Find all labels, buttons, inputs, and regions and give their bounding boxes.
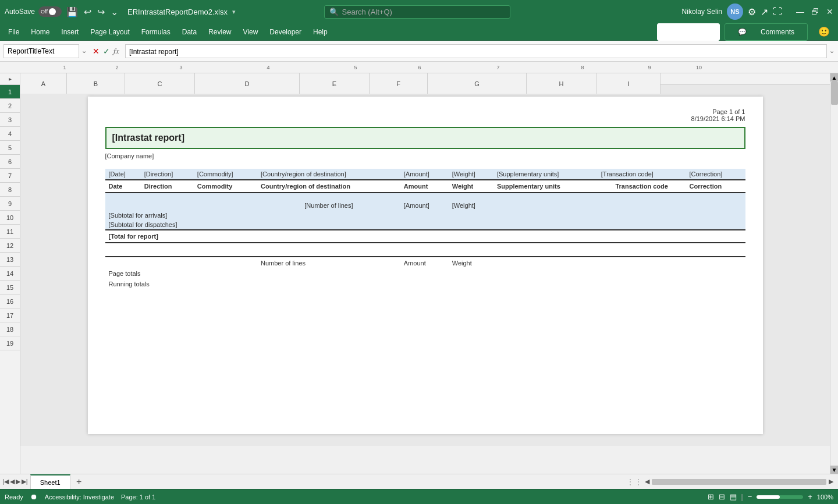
fullscreen-icon[interactable]: ⛶ [773, 6, 782, 17]
customize-icon[interactable]: ⌄ [111, 6, 118, 17]
row-12-header: 12 [0, 239, 20, 253]
col-E-header[interactable]: E [300, 73, 370, 94]
hscroll-controls: ⋮⋮ ◀ ▶ [626, 477, 833, 487]
scroll-up-button[interactable]: ▲ [830, 73, 839, 81]
col-G-header[interactable]: G [428, 73, 527, 94]
cancel-formula-icon[interactable]: ✕ [93, 47, 100, 56]
share-icon[interactable]: ↗ [761, 6, 768, 17]
row-2-header: 2 [0, 99, 20, 113]
normal-view-icon[interactable]: ⊞ [708, 492, 714, 501]
menu-formulas[interactable]: Formulas [136, 26, 176, 38]
add-sheet-button[interactable]: + [72, 474, 87, 489]
h2-amount: Amount [400, 180, 449, 193]
close-button[interactable]: ✕ [826, 7, 833, 16]
page-layout-view-icon[interactable]: ▤ [730, 492, 737, 501]
redo-icon[interactable]: ↪ [97, 6, 105, 17]
record-macro-icon[interactable]: ⏺ [30, 492, 38, 501]
horizontal-scrollbar-area[interactable]: ⋮⋮ ◀ ▶ [87, 477, 838, 487]
sheet-scroll-area[interactable]: A B C D E F G H I Page 1 of [20, 73, 830, 474]
summary-h-amount: Amount [400, 257, 449, 268]
row-17-header: 17 [0, 308, 20, 322]
hscroll-left[interactable]: ◀ [645, 478, 649, 485]
menu-help[interactable]: Help [307, 26, 333, 38]
col-I-header[interactable]: I [596, 73, 661, 94]
scroll-thumb[interactable] [831, 81, 838, 105]
col-B-header[interactable]: B [67, 73, 125, 94]
h1-country: [Country/region of destination] [257, 169, 400, 180]
ruler-numbers: 1 2 3 4 5 6 7 8 9 10 [41, 65, 838, 70]
zoom-out-icon[interactable]: − [748, 492, 752, 501]
sheet-next-button[interactable]: ▶ [16, 478, 20, 485]
restore-button[interactable]: 🗗 [811, 7, 819, 16]
menu-data[interactable]: Data [176, 26, 203, 38]
status-ready: Ready [5, 494, 23, 501]
user-area: Nikolay Selin NS [682, 3, 743, 20]
col-C-header[interactable]: C [125, 73, 195, 94]
expand-icon[interactable]: ⌄ [81, 47, 87, 55]
scroll-track[interactable] [830, 81, 838, 466]
row-9-header: 9 [0, 197, 20, 211]
col-D-header[interactable]: D [195, 73, 300, 94]
menu-review[interactable]: Review [203, 26, 237, 38]
col-F-header[interactable]: F [370, 73, 428, 94]
cell-reference-box[interactable] [3, 44, 79, 58]
menu-view[interactable]: View [237, 26, 264, 38]
zoom-separator: | [741, 493, 743, 501]
help-icon[interactable]: ⚙ [748, 6, 756, 17]
hscroll-track[interactable] [652, 479, 826, 485]
formula-content-box[interactable]: [Intrastat report] [125, 44, 827, 58]
sheet-last-button[interactable]: ▶| [22, 478, 28, 485]
menu-file[interactable]: File [2, 26, 25, 38]
scroll-down-button[interactable]: ▼ [830, 466, 839, 474]
vertical-scrollbar[interactable]: ▲ ▼ [830, 73, 838, 474]
menu-home[interactable]: Home [25, 26, 55, 38]
confirm-formula-icon[interactable]: ✓ [103, 47, 110, 56]
subtotal-arrivals-row: [Subtotal for arrivals] [105, 211, 745, 220]
zoom-in-icon[interactable]: + [808, 492, 812, 501]
menu-developer[interactable]: Developer [264, 26, 307, 38]
undo-icon[interactable]: ↩ [84, 6, 91, 17]
autosave-toggle[interactable]: Off [38, 6, 62, 17]
summary-h-empty3 [194, 257, 257, 268]
summary-h-empty1 [105, 257, 141, 268]
subtotal-dispatches-label: [Subtotal for dispatches] [105, 220, 745, 230]
select-all-icon[interactable]: ▸ [9, 76, 12, 82]
comments-label: Comments [755, 26, 800, 38]
report-title[interactable]: [Intrastat report] [105, 127, 745, 149]
formula-expand-icon[interactable]: ⌄ [829, 47, 835, 55]
ruler-corner [21, 65, 41, 70]
col-H-header[interactable]: H [527, 73, 596, 94]
file-dropdown-icon[interactable]: ▾ [232, 8, 236, 16]
menu-insert[interactable]: Insert [55, 26, 84, 38]
empty-row [105, 243, 745, 257]
h1-correction: [Correction] [686, 169, 745, 180]
save-icon[interactable]: 💾 [66, 6, 78, 17]
cell-empty-23 [598, 200, 686, 211]
h2-direction: Direction [141, 180, 194, 193]
sheet-first-button[interactable]: |◀ [2, 478, 9, 485]
hscroll-right[interactable]: ▶ [829, 478, 833, 485]
hscroll-thumb[interactable] [652, 479, 826, 485]
zoom-slider[interactable] [757, 495, 803, 499]
minimize-button[interactable]: — [796, 7, 804, 16]
sheet-prev-button[interactable]: ◀ [10, 478, 15, 485]
share-button[interactable]: ↑ Share [657, 23, 720, 41]
total-label: [Total for report] [105, 230, 745, 243]
formula-icons: ✕ ✓ 𝑓𝑥 [89, 47, 123, 56]
search-box[interactable]: 🔍 Search (Alt+Q) [324, 5, 510, 19]
formula-fx-icon[interactable]: 𝑓𝑥 [113, 47, 119, 56]
menu-page-layout[interactable]: Page Layout [84, 26, 135, 38]
header-row-2: Date Direction Commodity Country/region … [105, 180, 745, 193]
accessibility-status[interactable]: Accessibility: Investigate [45, 494, 114, 501]
zoom-level[interactable]: 100% [817, 494, 833, 501]
col-A-header[interactable]: A [20, 73, 67, 94]
page-info-status: Page: 1 of 1 [121, 494, 155, 501]
cell-empty-22 [493, 200, 598, 211]
report-table: [Date] [Direction] [Commodity] [Country/… [105, 169, 745, 289]
sheet-tab-sheet1[interactable]: Sheet1 [30, 474, 70, 489]
user-avatar[interactable]: NS [727, 3, 743, 20]
emoji-icon[interactable]: 🙂 [812, 24, 836, 40]
page-break-view-icon[interactable]: ⊟ [719, 492, 725, 501]
comments-button[interactable]: 💬 Comments [725, 23, 808, 41]
row-7-header: 7 [0, 169, 20, 183]
